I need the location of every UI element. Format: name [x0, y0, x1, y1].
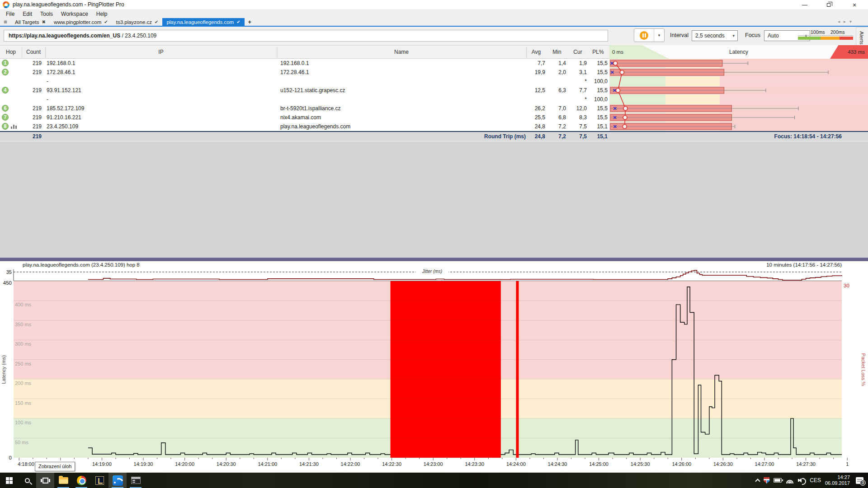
close-button[interactable]: × [844, 0, 864, 10]
tab-label: play.na.leagueoflegends.com [166, 19, 234, 25]
taskbar-file-explorer-button[interactable] [54, 473, 72, 488]
pause-dropdown-button[interactable]: ▾ [654, 29, 664, 42]
tray-chevron-up-icon[interactable] [755, 479, 760, 483]
notification-center-icon[interactable]: 3 [856, 477, 863, 484]
check-icon[interactable]: ✔ [104, 19, 108, 24]
col-header-min[interactable]: Min [547, 46, 567, 58]
hop-cell: 1 [2, 59, 22, 68]
app-logo-icon [3, 1, 9, 8]
taskbar-console-button[interactable] [127, 473, 145, 488]
svg-text:Latency (ms): Latency (ms) [1, 355, 6, 384]
legend-gradient-bar [798, 37, 853, 40]
avg-cell: 25,5 [511, 113, 545, 122]
name-cell: 172.28.46.1 [280, 68, 497, 77]
interval-select[interactable]: 2,5 seconds▾ [692, 30, 738, 41]
menu-edit[interactable]: Edit [19, 10, 36, 18]
taskbar-task-view-button[interactable] [36, 473, 54, 488]
col-header-pl[interactable]: PL% [588, 46, 609, 58]
pause-button[interactable] [634, 29, 654, 42]
col-header-name[interactable]: Name [277, 46, 526, 58]
col-header-cur[interactable]: Cur [568, 46, 588, 58]
target-url-field[interactable]: https://play.na.leagueoflegends.com/en_U… [4, 30, 608, 42]
summary-pl: 15,1 [588, 132, 608, 141]
svg-text:250 ms: 250 ms [15, 361, 32, 366]
taskbar-start-button[interactable] [0, 473, 18, 488]
tab-play-na-leagueoflegends-com[interactable]: play.na.leagueoflegends.com✔ [162, 18, 244, 26]
cur-cell: 8,3 [567, 113, 587, 122]
summary-count: 219 [22, 132, 42, 141]
chevron-down-icon: ▾ [732, 33, 737, 38]
legend-segment [798, 37, 821, 40]
tab-www-pingplotter-com[interactable]: www.pingplotter.com✔ [50, 18, 112, 26]
col-header-ip[interactable]: IP [45, 46, 277, 58]
minimize-button[interactable]: — [795, 0, 815, 10]
file-explorer-icon [59, 477, 68, 484]
close-icon[interactable]: ✖ [42, 19, 45, 24]
hop-number-badge: 4 [2, 87, 9, 94]
pl-cell: 15,5 [588, 104, 608, 113]
svg-text:1: 1 [846, 461, 849, 467]
menu-help[interactable]: Help [92, 10, 112, 18]
tab-ts3-playzone-cz[interactable]: ts3.playzone.cz✔ [112, 18, 163, 26]
tab-all-targets[interactable]: All Targets✖ [11, 18, 50, 26]
pl-cell: 15,5 [588, 86, 608, 95]
league-of-legends-icon [95, 476, 104, 485]
clock[interactable]: 14:27 06.09.2017 [825, 474, 850, 486]
round-trip-summary-row: 219 Round Trip (ms) 24,8 7,2 7,5 15,1 Fo… [0, 132, 868, 141]
latency-column-title: Latency [609, 45, 868, 59]
svg-text:14:22:30: 14:22:30 [382, 461, 401, 467]
latency-scale-max-label: 433 ms [848, 45, 865, 59]
svg-text:14:25:00: 14:25:00 [589, 461, 609, 467]
new-target-button[interactable]: + [245, 19, 255, 25]
tab-scroll-arrows[interactable]: ◂▸▾ [838, 19, 855, 24]
ip-cell: 91.210.16.221 [47, 113, 227, 122]
latency-color-legend: 100ms 200ms [798, 29, 853, 41]
hamburger-icon[interactable]: ≡ [0, 19, 11, 25]
taskbar-search-button[interactable] [18, 473, 36, 488]
svg-text:4:18:00: 4:18:00 [18, 461, 34, 467]
panel-splitter[interactable] [0, 258, 868, 261]
volume-icon[interactable] [798, 478, 806, 483]
avg-cell [511, 77, 545, 86]
min-cell: 6,8 [546, 113, 566, 122]
timeline-chart[interactable]: 35Jitter (ms)400 ms350 ms300 ms250 ms200… [0, 261, 868, 473]
windows-taskbar: CES 14:27 06.09.2017 3 [0, 473, 868, 488]
col-header-hop[interactable]: Hop [0, 46, 22, 58]
security-tray-icon[interactable] [764, 477, 769, 483]
svg-text:100 ms: 100 ms [15, 420, 32, 425]
battery-icon[interactable] [774, 478, 782, 483]
hop-cell [2, 77, 22, 86]
min-cell [546, 77, 566, 86]
summary-cur: 7,5 [567, 132, 587, 141]
system-tray: CES 14:27 06.09.2017 3 [756, 473, 868, 488]
min-cell [546, 95, 566, 104]
menu-file[interactable]: File [2, 10, 19, 18]
col-header-count[interactable]: Count [22, 46, 45, 58]
restore-button[interactable] [819, 0, 839, 10]
hop-cell: 2 [2, 68, 22, 77]
svg-text:14:19:00: 14:19:00 [92, 461, 112, 467]
svg-text:0: 0 [9, 455, 12, 460]
keyboard-language-indicator[interactable]: CES [810, 477, 821, 483]
taskbar-chrome-button[interactable] [72, 473, 90, 488]
clock-date: 06.09.2017 [825, 480, 850, 486]
check-icon[interactable]: ✔ [155, 19, 158, 24]
restore-icon [827, 3, 830, 7]
ip-cell: - [47, 77, 227, 86]
pl-cell: 15,5 [588, 59, 608, 68]
taskbar-pingplotter-button[interactable] [108, 473, 127, 488]
col-header-avg[interactable]: Avg [526, 46, 546, 58]
menu-workspace[interactable]: Workspace [57, 10, 92, 18]
wifi-icon[interactable] [786, 478, 794, 483]
avg-cell: 24,8 [511, 122, 545, 131]
taskbar-tooltip: Zobrazení úloh [35, 462, 75, 471]
taskbar-league-of-legends-button[interactable] [90, 473, 108, 488]
menu-tools[interactable]: Tools [36, 10, 57, 18]
tab-label: ts3.playzone.cz [116, 19, 152, 25]
svg-text:14:27:00: 14:27:00 [755, 461, 774, 467]
svg-text:14:22:00: 14:22:00 [341, 461, 360, 467]
min-cell: 7,0 [546, 104, 566, 113]
svg-text:50 ms: 50 ms [15, 440, 28, 445]
check-icon[interactable]: ✔ [236, 19, 240, 24]
hop-number-badge: 1 [2, 60, 9, 66]
